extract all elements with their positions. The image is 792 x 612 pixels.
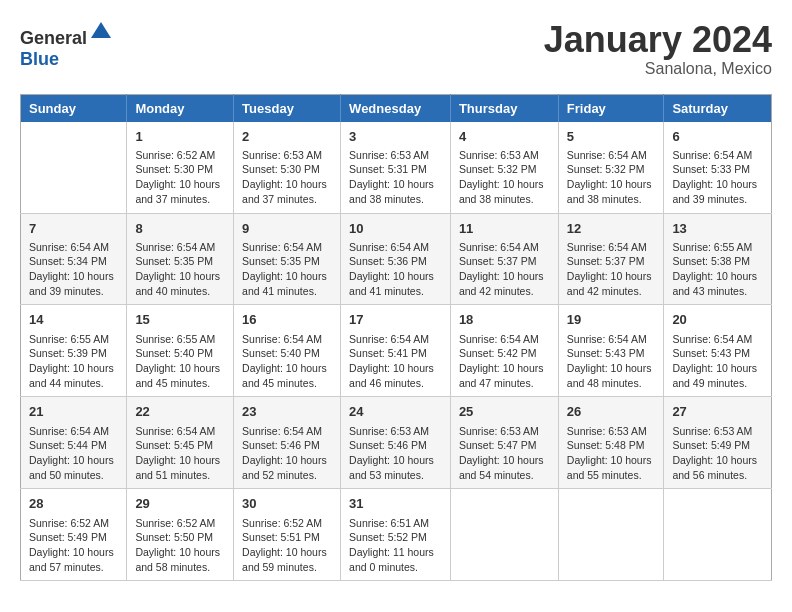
calendar-cell: 7Sunrise: 6:54 AMSunset: 5:34 PMDaylight…	[21, 213, 127, 305]
calendar-cell: 3Sunrise: 6:53 AMSunset: 5:31 PMDaylight…	[341, 122, 451, 213]
day-info: Sunrise: 6:53 AMSunset: 5:49 PMDaylight:…	[672, 424, 763, 483]
calendar-table: Sunday Monday Tuesday Wednesday Thursday…	[20, 94, 772, 582]
day-number: 15	[135, 311, 225, 329]
calendar-cell: 29Sunrise: 6:52 AMSunset: 5:50 PMDayligh…	[127, 489, 234, 581]
calendar-cell: 26Sunrise: 6:53 AMSunset: 5:48 PMDayligh…	[558, 397, 664, 489]
calendar-cell: 5Sunrise: 6:54 AMSunset: 5:32 PMDaylight…	[558, 122, 664, 213]
day-info: Sunrise: 6:53 AMSunset: 5:48 PMDaylight:…	[567, 424, 656, 483]
day-info: Sunrise: 6:53 AMSunset: 5:31 PMDaylight:…	[349, 148, 442, 207]
logo-general: General	[20, 28, 87, 48]
calendar-cell: 12Sunrise: 6:54 AMSunset: 5:37 PMDayligh…	[558, 213, 664, 305]
logo-text: General Blue	[20, 20, 113, 70]
title-block: January 2024 Sanalona, Mexico	[544, 20, 772, 78]
day-number: 23	[242, 403, 332, 421]
day-number: 24	[349, 403, 442, 421]
day-number: 12	[567, 220, 656, 238]
day-info: Sunrise: 6:51 AMSunset: 5:52 PMDaylight:…	[349, 516, 442, 575]
calendar-cell: 8Sunrise: 6:54 AMSunset: 5:35 PMDaylight…	[127, 213, 234, 305]
calendar-week-5: 28Sunrise: 6:52 AMSunset: 5:49 PMDayligh…	[21, 489, 772, 581]
calendar-week-1: 1Sunrise: 6:52 AMSunset: 5:30 PMDaylight…	[21, 122, 772, 213]
calendar-cell: 28Sunrise: 6:52 AMSunset: 5:49 PMDayligh…	[21, 489, 127, 581]
calendar-cell: 21Sunrise: 6:54 AMSunset: 5:44 PMDayligh…	[21, 397, 127, 489]
calendar-cell: 11Sunrise: 6:54 AMSunset: 5:37 PMDayligh…	[450, 213, 558, 305]
day-info: Sunrise: 6:54 AMSunset: 5:36 PMDaylight:…	[349, 240, 442, 299]
calendar-cell: 30Sunrise: 6:52 AMSunset: 5:51 PMDayligh…	[234, 489, 341, 581]
day-number: 25	[459, 403, 550, 421]
calendar-cell: 17Sunrise: 6:54 AMSunset: 5:41 PMDayligh…	[341, 305, 451, 397]
calendar-week-3: 14Sunrise: 6:55 AMSunset: 5:39 PMDayligh…	[21, 305, 772, 397]
day-info: Sunrise: 6:54 AMSunset: 5:33 PMDaylight:…	[672, 148, 763, 207]
day-info: Sunrise: 6:55 AMSunset: 5:40 PMDaylight:…	[135, 332, 225, 391]
day-number: 29	[135, 495, 225, 513]
day-info: Sunrise: 6:54 AMSunset: 5:35 PMDaylight:…	[242, 240, 332, 299]
day-info: Sunrise: 6:54 AMSunset: 5:43 PMDaylight:…	[672, 332, 763, 391]
day-info: Sunrise: 6:54 AMSunset: 5:35 PMDaylight:…	[135, 240, 225, 299]
calendar-week-4: 21Sunrise: 6:54 AMSunset: 5:44 PMDayligh…	[21, 397, 772, 489]
day-info: Sunrise: 6:53 AMSunset: 5:46 PMDaylight:…	[349, 424, 442, 483]
calendar-cell: 13Sunrise: 6:55 AMSunset: 5:38 PMDayligh…	[664, 213, 772, 305]
page-header: General Blue January 2024 Sanalona, Mexi…	[20, 20, 772, 78]
day-number: 14	[29, 311, 118, 329]
calendar-cell	[450, 489, 558, 581]
calendar-cell: 25Sunrise: 6:53 AMSunset: 5:47 PMDayligh…	[450, 397, 558, 489]
day-info: Sunrise: 6:52 AMSunset: 5:50 PMDaylight:…	[135, 516, 225, 575]
col-wednesday: Wednesday	[341, 94, 451, 122]
day-info: Sunrise: 6:55 AMSunset: 5:39 PMDaylight:…	[29, 332, 118, 391]
day-number: 9	[242, 220, 332, 238]
day-number: 28	[29, 495, 118, 513]
day-info: Sunrise: 6:52 AMSunset: 5:30 PMDaylight:…	[135, 148, 225, 207]
day-number: 18	[459, 311, 550, 329]
day-number: 8	[135, 220, 225, 238]
day-number: 19	[567, 311, 656, 329]
col-tuesday: Tuesday	[234, 94, 341, 122]
calendar-week-2: 7Sunrise: 6:54 AMSunset: 5:34 PMDaylight…	[21, 213, 772, 305]
col-monday: Monday	[127, 94, 234, 122]
day-number: 13	[672, 220, 763, 238]
day-number: 31	[349, 495, 442, 513]
day-number: 5	[567, 128, 656, 146]
day-number: 7	[29, 220, 118, 238]
calendar-cell	[21, 122, 127, 213]
day-number: 16	[242, 311, 332, 329]
calendar-cell: 31Sunrise: 6:51 AMSunset: 5:52 PMDayligh…	[341, 489, 451, 581]
calendar-cell	[664, 489, 772, 581]
header-row: Sunday Monday Tuesday Wednesday Thursday…	[21, 94, 772, 122]
day-info: Sunrise: 6:54 AMSunset: 5:41 PMDaylight:…	[349, 332, 442, 391]
calendar-cell: 18Sunrise: 6:54 AMSunset: 5:42 PMDayligh…	[450, 305, 558, 397]
calendar-cell: 14Sunrise: 6:55 AMSunset: 5:39 PMDayligh…	[21, 305, 127, 397]
day-number: 2	[242, 128, 332, 146]
col-sunday: Sunday	[21, 94, 127, 122]
day-info: Sunrise: 6:53 AMSunset: 5:47 PMDaylight:…	[459, 424, 550, 483]
calendar-cell: 20Sunrise: 6:54 AMSunset: 5:43 PMDayligh…	[664, 305, 772, 397]
day-info: Sunrise: 6:53 AMSunset: 5:30 PMDaylight:…	[242, 148, 332, 207]
calendar-cell: 9Sunrise: 6:54 AMSunset: 5:35 PMDaylight…	[234, 213, 341, 305]
calendar-cell: 24Sunrise: 6:53 AMSunset: 5:46 PMDayligh…	[341, 397, 451, 489]
calendar-cell: 15Sunrise: 6:55 AMSunset: 5:40 PMDayligh…	[127, 305, 234, 397]
day-info: Sunrise: 6:54 AMSunset: 5:32 PMDaylight:…	[567, 148, 656, 207]
day-info: Sunrise: 6:54 AMSunset: 5:37 PMDaylight:…	[459, 240, 550, 299]
day-number: 17	[349, 311, 442, 329]
month-title: January 2024	[544, 20, 772, 60]
day-info: Sunrise: 6:54 AMSunset: 5:37 PMDaylight:…	[567, 240, 656, 299]
day-number: 22	[135, 403, 225, 421]
day-number: 6	[672, 128, 763, 146]
logo: General Blue	[20, 20, 113, 70]
calendar-cell: 10Sunrise: 6:54 AMSunset: 5:36 PMDayligh…	[341, 213, 451, 305]
logo-blue: Blue	[20, 49, 59, 69]
day-info: Sunrise: 6:52 AMSunset: 5:49 PMDaylight:…	[29, 516, 118, 575]
col-friday: Friday	[558, 94, 664, 122]
day-info: Sunrise: 6:52 AMSunset: 5:51 PMDaylight:…	[242, 516, 332, 575]
day-number: 10	[349, 220, 442, 238]
day-info: Sunrise: 6:54 AMSunset: 5:44 PMDaylight:…	[29, 424, 118, 483]
calendar-cell	[558, 489, 664, 581]
day-number: 30	[242, 495, 332, 513]
calendar-cell: 16Sunrise: 6:54 AMSunset: 5:40 PMDayligh…	[234, 305, 341, 397]
day-info: Sunrise: 6:54 AMSunset: 5:43 PMDaylight:…	[567, 332, 656, 391]
day-info: Sunrise: 6:55 AMSunset: 5:38 PMDaylight:…	[672, 240, 763, 299]
svg-marker-0	[91, 22, 111, 38]
col-thursday: Thursday	[450, 94, 558, 122]
calendar-cell: 6Sunrise: 6:54 AMSunset: 5:33 PMDaylight…	[664, 122, 772, 213]
col-saturday: Saturday	[664, 94, 772, 122]
day-number: 20	[672, 311, 763, 329]
day-number: 11	[459, 220, 550, 238]
